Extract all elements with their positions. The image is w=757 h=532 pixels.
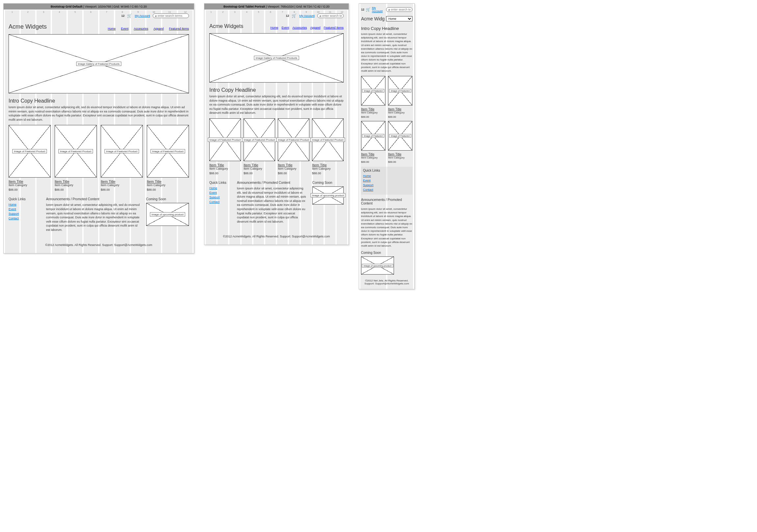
hero-label: Image Gallery of Featured Products xyxy=(76,62,121,66)
main-nav: Home Event Accesories Apparel Featured I… xyxy=(270,26,344,29)
main-nav: Home Event Accesories Apparel Featured I… xyxy=(107,27,189,30)
brand-logo: Acme Widgets xyxy=(9,23,47,30)
intro-headline: Intro Copy Headline xyxy=(361,26,412,31)
search-input[interactable] xyxy=(391,8,411,11)
layout-tablet: Bootstrap Grid Tablet Portrait | Viewpor… xyxy=(204,3,349,245)
product-image: Image of Featured Product xyxy=(9,125,51,178)
product-card[interactable]: Image of Featured Product Item Title Ite… xyxy=(55,125,97,191)
product-row: Image of Featured Item Title Item Catego… xyxy=(361,121,412,163)
search-box[interactable]: ⌕ xyxy=(317,14,344,18)
nav-featured[interactable]: Featured Items xyxy=(169,27,189,30)
product-card[interactable]: Image of Featured Product Item Title Ite… xyxy=(278,118,309,175)
product-card[interactable]: Image of Featured Product Item Title Ite… xyxy=(101,125,143,191)
nav-featured[interactable]: Featured Items xyxy=(323,26,344,29)
footer-link-event[interactable]: Event xyxy=(363,179,410,182)
search-icon: ⌕ xyxy=(155,14,157,17)
quick-links: Quick Links Home Event Support Contact xyxy=(361,167,412,195)
product-image: Image of Featured Product xyxy=(55,125,97,178)
cart-icon[interactable]: 🛒 xyxy=(127,14,132,18)
product-card[interactable]: Image of Featured Item Title Item Catego… xyxy=(388,121,412,163)
my-account-link[interactable]: My Account xyxy=(135,14,150,17)
product-card[interactable]: Image of Featured Product Item Title Ite… xyxy=(209,118,241,175)
search-icon: ⌕ xyxy=(388,8,390,11)
cart-count: 12 xyxy=(121,14,124,17)
footer-link-contact[interactable]: Contact xyxy=(9,217,42,220)
product-card[interactable]: Image of Featured Item Title Item Catego… xyxy=(361,76,385,118)
copyright: ©2012 Net Jets. All Rights Reserved. Sup… xyxy=(361,279,412,285)
nav-event[interactable]: Event xyxy=(121,27,128,30)
product-row: Image of Featured Product Item Title Ite… xyxy=(209,118,344,175)
hero-gallery[interactable]: Image Gallery of Featured Products xyxy=(209,33,344,83)
product-image: Image of Featured Product xyxy=(244,118,275,161)
footer-link-support[interactable]: Support xyxy=(209,196,232,199)
nav-accessories[interactable]: Accesories xyxy=(292,26,307,29)
hero-label: Image Gallery of Featured Products xyxy=(254,56,299,60)
intro-headline: Intro Copy Headline xyxy=(209,87,344,93)
product-category: Item Category xyxy=(9,183,51,187)
product-image: Image of Featured xyxy=(361,76,385,105)
device-title-bar: Bootstrap Grid Tablet Portrait | Viewpor… xyxy=(204,4,348,10)
product-image: Image of Featured xyxy=(361,121,385,151)
footer-link-home[interactable]: Home xyxy=(9,203,42,206)
announcements: Announcements / Promoted Content lorem i… xyxy=(361,198,412,248)
product-card[interactable]: Image of Featured Product Item Title Ite… xyxy=(147,125,189,191)
footer-link-event[interactable]: Event xyxy=(9,208,42,211)
footer-link-contact[interactable]: Contact xyxy=(209,200,232,204)
search-icon: ⌕ xyxy=(319,14,321,17)
nav-event[interactable]: Event xyxy=(282,26,289,29)
cart-icon[interactable]: 🛒 xyxy=(291,14,296,18)
footer-link-support[interactable]: Support xyxy=(9,212,42,215)
product-card[interactable]: Image of Featured Product Item Title Ite… xyxy=(244,118,275,175)
product-title: Item Title xyxy=(9,180,51,183)
product-card[interactable]: Image of Featured Item Title Item Catego… xyxy=(361,121,385,163)
coming-soon-image: Image of upcoming product xyxy=(146,203,189,226)
cart-icon[interactable]: 🛒 xyxy=(366,7,371,12)
product-image: Image of Featured Product xyxy=(101,125,143,178)
brand-logo: Acme Widg xyxy=(361,16,385,21)
footer-link-event[interactable]: Event xyxy=(209,191,232,194)
nav-apparel[interactable]: Apparel xyxy=(310,26,320,29)
nav-home[interactable]: Home xyxy=(270,26,278,29)
announcements: Announcements / Promoted Content lorem i… xyxy=(237,181,308,227)
cart-count: 12 xyxy=(286,14,289,17)
product-row: Image of Featured Item Title Item Catego… xyxy=(361,76,412,118)
copyright: ©2012 AcmeWidgets. All Rights Reserved. … xyxy=(9,243,189,247)
layout-default: Bootstrap Grid Default | Viewport: 1024x… xyxy=(3,3,194,254)
mobile-nav-select[interactable]: Home xyxy=(386,16,412,21)
copyright: ©2012 AcmeWidgets. All Rights Reserved. … xyxy=(209,235,344,238)
search-box[interactable]: ⌕ xyxy=(153,14,189,18)
coming-soon: Coming Soon Image of upcoming product xyxy=(312,181,344,227)
my-account-link[interactable]: My Account xyxy=(299,14,315,17)
product-card[interactable]: Image of Featured Product Item Title Ite… xyxy=(9,125,51,191)
search-input[interactable] xyxy=(158,14,187,17)
footer-link-support[interactable]: Support xyxy=(363,183,410,187)
coming-soon-image: Image of upcoming product xyxy=(312,186,344,205)
coming-soon: Coming Soon Image of upcoming product xyxy=(361,251,412,274)
intro-body: lorem ipsum dolor sit amet, consectetur … xyxy=(361,32,412,73)
my-account-link[interactable]: My Account xyxy=(372,6,385,13)
search-input[interactable] xyxy=(322,14,342,17)
footer-link-home[interactable]: Home xyxy=(209,186,232,190)
product-image: Image of Featured xyxy=(388,121,412,151)
footer-link-home[interactable]: Home xyxy=(363,174,410,178)
quick-links: Quick Links Home Event Support Contact xyxy=(9,197,42,235)
product-card[interactable]: Image of Featured Product Item Title Ite… xyxy=(312,118,344,175)
top-utility-bar: 12 🛒 My Account ⌕ xyxy=(209,12,344,21)
nav-apparel[interactable]: Apparel xyxy=(153,27,164,30)
product-price: $88.00 xyxy=(9,188,51,191)
intro-body: lorem ipsum dolor sit amet, consectetur … xyxy=(9,105,189,122)
cart-count: 12 xyxy=(361,8,364,11)
nav-home[interactable]: Home xyxy=(107,27,115,30)
hero-gallery[interactable]: Image Gallery of Featured Products xyxy=(9,34,189,93)
coming-soon: Coming Soon Image of upcoming product xyxy=(146,197,189,235)
quick-links: Quick Links Home Event Support Contact xyxy=(209,181,232,227)
top-utility-bar: 12 🛒 My Account ⌕ xyxy=(361,6,412,14)
search-box[interactable]: ⌕ xyxy=(386,7,412,12)
product-image: Image of Featured Product xyxy=(209,118,241,161)
layout-mobile: 12 🛒 My Account ⌕ Acme Widg Home Intro C… xyxy=(359,3,415,289)
footer-link-contact[interactable]: Contact xyxy=(363,188,410,191)
intro-headline: Intro Copy Headline xyxy=(9,98,189,104)
device-title-bar: Bootstrap Grid Default | Viewport: 1024x… xyxy=(4,4,194,10)
product-card[interactable]: Image of Featured Item Title Item Catego… xyxy=(388,76,412,118)
nav-accessories[interactable]: Accesories xyxy=(134,27,148,30)
